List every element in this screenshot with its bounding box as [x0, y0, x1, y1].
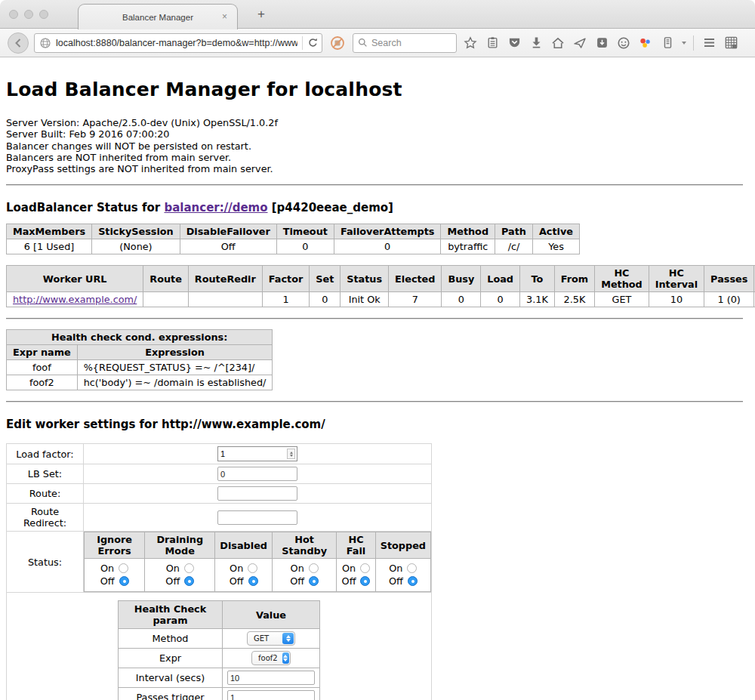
back-button[interactable] [8, 32, 29, 54]
bookmark-star-icon[interactable] [462, 35, 479, 51]
col-hc-interval: HC Interval [649, 266, 704, 292]
col-hc-value: Value [223, 601, 320, 629]
status-radios-row: On Off On Off On Off On [85, 559, 431, 592]
balancers-note-line: Balancers are NOT inherited from main se… [6, 152, 743, 163]
chat-smiley-icon[interactable] [615, 35, 632, 51]
disabled-off-radio[interactable] [248, 576, 258, 586]
col-from: From [554, 266, 594, 292]
cell-route [143, 292, 189, 307]
hc-interval-input[interactable] [227, 671, 315, 685]
cell-method: bytraffic [441, 239, 495, 254]
worker-data-row: http://www.example.com/ 1 0 Init Ok 7 0 … [7, 292, 755, 307]
cell-expr-name: foof2 [7, 375, 78, 390]
expr-header-row: Expr name Expression [7, 345, 273, 360]
worker-header-row: Worker URL Route RouteRedir Factor Set S… [7, 266, 755, 292]
number-spinner-icon[interactable] [287, 449, 295, 459]
hc-method-select[interactable]: GET [247, 631, 295, 646]
health-check-expressions-table: Health check cond. expressions: Expr nam… [6, 329, 273, 390]
colored-dots-extension-icon[interactable] [637, 35, 654, 51]
hc-fail-off-radio[interactable] [360, 576, 370, 586]
cell-elected: 7 [389, 292, 442, 307]
server-built-line: Server Built: Feb 9 2016 07:00:20 [6, 128, 743, 140]
pocket-icon[interactable] [506, 35, 522, 51]
url-text[interactable]: localhost:8880/balancer-manager?b=demo&w… [56, 38, 297, 48]
load-factor-input-wrap [217, 446, 297, 461]
send-tab-icon[interactable] [572, 35, 588, 51]
col-hot-standby: Hot Standby [272, 532, 336, 559]
cell-factor: 1 [262, 292, 309, 307]
hc-passes-row: Passes trigger [119, 688, 320, 700]
status-radio-table: Ignore Errors Draining Mode Disabled Hot… [84, 532, 431, 592]
tab-balancer-manager[interactable]: Balancer Manager × [78, 4, 238, 29]
draining-mode-on-radio[interactable] [184, 563, 194, 573]
hc-fail-on-radio[interactable] [360, 563, 370, 573]
stopped-radios: On Off [375, 559, 430, 592]
cell-stickysession: (None) [92, 239, 180, 254]
hot-standby-off-radio[interactable] [309, 576, 319, 586]
on-label: On [291, 563, 304, 574]
hc-expr-select[interactable]: foof2 [251, 651, 291, 665]
lb-set-label: LB Set: [7, 464, 84, 484]
disabled-on-radio[interactable] [248, 563, 257, 573]
cell-hc-method: GET [595, 292, 649, 307]
route-input[interactable] [217, 486, 297, 501]
stopped-off-radio[interactable] [408, 576, 418, 586]
maximize-window-button[interactable] [39, 10, 48, 19]
server-info-block: Server Version: Apache/2.5.0-dev (Unix) … [6, 117, 743, 174]
select-caret-icon [282, 633, 294, 644]
reading-list-icon[interactable] [484, 35, 501, 51]
grid-extension-icon[interactable] [723, 35, 739, 51]
expr-table-title: Health check cond. expressions: [7, 330, 273, 345]
col-set: Set [310, 266, 341, 292]
search-icon [358, 38, 368, 48]
tab-close-icon[interactable]: × [222, 11, 227, 22]
disabled-radios: On Off [215, 559, 273, 592]
ignore-errors-off-radio[interactable] [119, 576, 129, 586]
extension-dropdown-caret-icon[interactable] [682, 42, 686, 45]
toolbar-separator [693, 35, 694, 51]
hc-header-row: Health Check param Value [119, 601, 320, 629]
load-factor-row: Load factor: [7, 444, 432, 464]
url-bar[interactable]: localhost:8880/balancer-manager?b=demo&w… [34, 33, 322, 53]
cell-from: 2.5K [554, 292, 594, 307]
close-window-button[interactable] [9, 10, 18, 19]
route-label: Route: [7, 484, 84, 504]
balancer-demo-link[interactable]: balancer://demo [164, 201, 267, 214]
search-bar[interactable]: Search [353, 33, 457, 53]
menu-hamburger-icon[interactable] [701, 35, 717, 51]
status-label: Status: [7, 532, 84, 593]
col-status: Status [341, 266, 389, 292]
hot-standby-on-radio[interactable] [309, 563, 319, 573]
off-label: Off [342, 575, 356, 587]
content-blocked-icon[interactable] [328, 33, 347, 53]
server-version-line: Server Version: Apache/2.5.0-dev (Unix) … [6, 117, 743, 128]
off-label: Off [389, 575, 403, 587]
load-factor-cell [84, 444, 432, 464]
expr-row-foof2: foof2 hc('body') =~ /domain is establish… [7, 375, 273, 390]
navigation-toolbar: localhost:8880/balancer-manager?b=demo&w… [0, 29, 755, 57]
stopped-on-radio[interactable] [407, 563, 417, 573]
home-icon[interactable] [550, 35, 566, 51]
worker-url-link[interactable]: http://www.example.com/ [13, 294, 137, 305]
route-redirect-input[interactable] [217, 510, 297, 525]
load-factor-input[interactable] [218, 449, 287, 458]
reload-icon[interactable] [307, 37, 319, 48]
lb-set-input[interactable] [217, 467, 297, 481]
cell-passes: 1 (0) [704, 292, 754, 307]
ignore-errors-on-radio[interactable] [119, 563, 128, 573]
container-extension-icon[interactable] [659, 35, 676, 51]
expr-row-foof: foof %{REQUEST_STATUS} =~ /^[234]/ [7, 360, 273, 375]
draining-mode-off-radio[interactable] [184, 576, 194, 586]
off-label: Off [290, 575, 304, 587]
col-expression: Expression [77, 345, 273, 360]
cell-expr-name: foof [7, 360, 78, 375]
draining-mode-radios: On Off [145, 559, 215, 592]
hc-passes-input[interactable] [227, 690, 315, 700]
col-hc-method: HC Method [595, 266, 649, 292]
minimize-window-button[interactable] [24, 10, 33, 19]
downloads-icon[interactable] [528, 35, 544, 51]
divider [6, 184, 743, 186]
reader-extension-icon[interactable] [593, 35, 610, 51]
status-row: Status: Ignore Errors Draining Mode Disa… [7, 532, 432, 593]
new-tab-button[interactable]: + [251, 5, 271, 23]
